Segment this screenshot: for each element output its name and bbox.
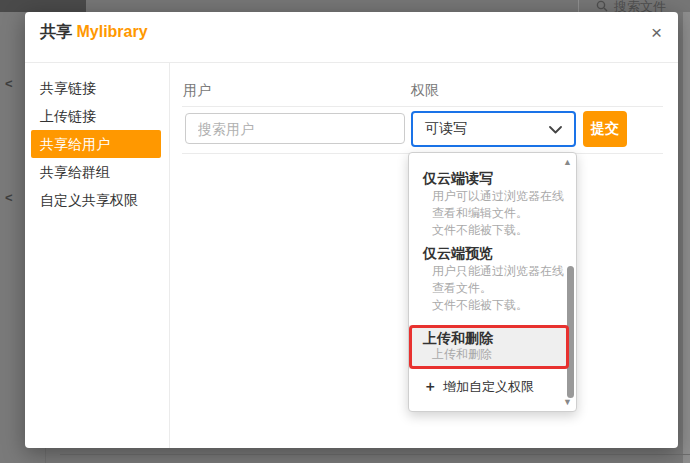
option-description: 上传和删除 — [432, 346, 568, 362]
chevron-left-icon: < — [5, 76, 13, 91]
scroll-up-icon[interactable]: ▲ — [563, 157, 572, 167]
backdrop-search-divider — [578, 0, 579, 12]
sidebar-item-share-to-group[interactable]: 共享给群组 — [25, 158, 169, 186]
sidebar-item-custom-permission[interactable]: 自定义共享权限 — [25, 186, 169, 214]
option-description-line: 用户可以通过浏览器在线查看和编辑文件。 — [432, 188, 568, 222]
screen: 搜索文件 < < 共享 Mylibrary × 共享链接 上传链接 共享给用户 … — [0, 0, 690, 463]
backdrop-top-band: 搜索文件 — [0, 0, 690, 12]
submit-button[interactable]: 提交 — [583, 111, 627, 147]
sidebar-item-share-link[interactable]: 共享链接 — [25, 74, 169, 102]
user-search-input[interactable] — [185, 113, 405, 144]
permission-dropdown-menu: ▲ 仅云端读写 用户可以通过浏览器在线查看和编辑文件。 文件不能被下载。 仅云端… — [408, 152, 577, 412]
user-column-header: 用户 — [183, 82, 211, 100]
option-description-line: 用户只能通过浏览器在线查看文件。 — [432, 263, 568, 297]
dialog-title-library-name: Mylibrary — [76, 23, 147, 40]
backdrop-line — [60, 454, 690, 455]
close-icon[interactable]: × — [651, 22, 662, 44]
permission-select[interactable]: 可读写 — [411, 111, 576, 147]
chevron-down-icon — [549, 121, 562, 137]
column-header-underline — [182, 106, 663, 107]
backdrop-scrollbar — [683, 12, 690, 463]
permission-select-value: 可读写 — [425, 120, 467, 138]
sidebar-item-share-to-user[interactable]: 共享给用户 — [31, 130, 161, 158]
search-icon — [596, 0, 608, 12]
dialog-title-action: 共享 — [40, 23, 72, 40]
scroll-down-icon[interactable]: ▼ — [563, 397, 572, 407]
add-custom-permission-button[interactable]: ＋ 增加自定义权限 — [423, 378, 534, 395]
share-dialog: 共享 Mylibrary × 共享链接 上传链接 共享给用户 共享给群组 自定义… — [25, 12, 678, 448]
dropdown-option-cloud-read-write[interactable]: 仅云端读写 用户可以通过浏览器在线查看和编辑文件。 文件不能被下载。 — [423, 168, 568, 239]
dropdown-scrollbar-thumb[interactable] — [567, 266, 574, 398]
option-description: 用户只能通过浏览器在线查看文件。 文件不能被下载。 — [432, 263, 568, 314]
add-custom-permission-label: 增加自定义权限 — [443, 378, 534, 395]
sidebar-divider — [169, 63, 170, 448]
dropdown-option-upload-delete[interactable]: 上传和删除 上传和删除 — [409, 325, 569, 369]
sidebar-item-upload-link[interactable]: 上传链接 — [25, 102, 169, 130]
backdrop-search-label: 搜索文件 — [614, 0, 666, 12]
option-description-line: 文件不能被下载。 — [432, 297, 568, 314]
backdrop-search-box: 搜索文件 — [596, 0, 666, 12]
plus-icon: ＋ — [423, 378, 437, 395]
chevron-left-icon: < — [5, 190, 13, 205]
option-title: 上传和删除 — [423, 330, 569, 346]
dialog-title: 共享 Mylibrary — [40, 22, 148, 43]
option-title: 仅云端读写 — [423, 168, 568, 188]
share-nav: 共享链接 上传链接 共享给用户 共享给群组 自定义共享权限 — [25, 74, 169, 214]
backdrop-line — [45, 448, 46, 463]
permission-column-header: 权限 — [411, 82, 439, 100]
option-description-line: 文件不能被下载。 — [432, 222, 568, 239]
dropdown-option-cloud-preview[interactable]: 仅云端预览 用户只能通过浏览器在线查看文件。 文件不能被下载。 — [423, 243, 568, 314]
option-description: 用户可以通过浏览器在线查看和编辑文件。 文件不能被下载。 — [432, 188, 568, 239]
header-divider — [25, 62, 678, 63]
option-title: 仅云端预览 — [423, 243, 568, 263]
backdrop-dark-corner — [0, 0, 86, 12]
